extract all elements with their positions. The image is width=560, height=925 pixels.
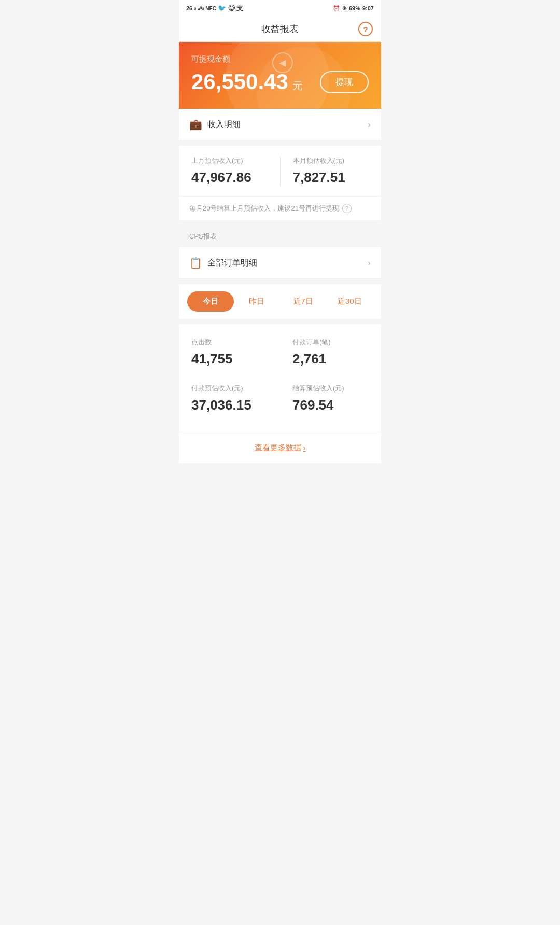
- pay-estimate-value: 37,036.15: [191, 397, 268, 413]
- settle-estimate-label: 结算预估收入(元): [292, 384, 369, 393]
- extra-icons: 🐦 ◎ 支: [218, 4, 243, 13]
- page-title: 收益报表: [261, 23, 299, 35]
- status-right: ⏰ ✳ 69% 9:07: [333, 5, 374, 12]
- cps-order-card: 📋 全部订单明细 ›: [179, 247, 381, 279]
- tab-30days[interactable]: 近30日: [327, 291, 373, 312]
- income-chevron-icon: ›: [368, 119, 371, 130]
- cps-stats-grid: 点击数 41,755 付款订单(笔) 2,761 付款预估收入(元) 37,03…: [179, 324, 381, 432]
- this-month-stats: 本月预估收入(元) 7,827.51: [280, 156, 382, 186]
- tabs-card: 今日 昨日 近7日 近30日: [179, 284, 381, 319]
- tab-yesterday[interactable]: 昨日: [234, 291, 281, 312]
- monthly-stats-container: 上月预估收入(元) 47,967.86 本月预估收入(元) 7,827.51: [179, 146, 381, 196]
- click-count-value: 41,755: [191, 351, 268, 367]
- tab-today[interactable]: 今日: [187, 291, 234, 312]
- income-detail-label: 收入明细: [207, 119, 241, 130]
- cps-header-label: CPS报表: [189, 232, 217, 240]
- balance-unit: 元: [292, 80, 303, 91]
- bluetooth-icon: ✳: [342, 5, 347, 12]
- order-chevron-icon: ›: [368, 258, 371, 269]
- notice-text: 每月20号结算上月预估收入，建议21号再进行提现: [189, 204, 339, 213]
- last-month-value: 47,967.86: [191, 170, 268, 186]
- this-month-value: 7,827.51: [293, 170, 369, 186]
- more-data-link[interactable]: 查看更多数据 ›: [255, 443, 306, 453]
- cps-order-label: 全部订单明细: [207, 258, 257, 269]
- pay-orders-value: 2,761: [292, 351, 369, 367]
- cps-order-left: 📋 全部订单明细: [189, 257, 257, 269]
- income-detail-left: 💼 收入明细: [189, 118, 241, 131]
- balance-row: 26,550.43 元 提现: [191, 69, 369, 94]
- more-data-row: 查看更多数据 ›: [179, 432, 381, 463]
- income-detail-row[interactable]: 💼 收入明细 ›: [179, 109, 381, 141]
- notice-help-icon[interactable]: ?: [342, 204, 352, 213]
- last-month-stats: 上月预估收入(元) 47,967.86: [179, 156, 280, 186]
- income-icon: 💼: [189, 118, 202, 131]
- more-data-chevron-icon: ›: [303, 443, 306, 452]
- pay-estimate-stat: 付款预估收入(元) 37,036.15: [179, 375, 280, 422]
- tabs-row: 今日 昨日 近7日 近30日: [179, 284, 381, 319]
- battery-text: 69%: [349, 5, 360, 11]
- pay-orders-stat: 付款订单(笔) 2,761: [280, 329, 381, 375]
- help-button[interactable]: ?: [358, 22, 373, 36]
- alarm-icon: ⏰: [333, 5, 340, 12]
- settle-estimate-value: 769.54: [292, 397, 369, 413]
- balance-banner: ◀ 可提现金额 26,550.43 元 提现: [179, 42, 381, 109]
- income-detail-card: 💼 收入明细 ›: [179, 109, 381, 141]
- order-icon: 📋: [189, 257, 202, 269]
- status-bar: 26 ᵢₗ ₄ᵍᵢₗ NFC 🐦 ◎ 支 ⏰ ✳ 69% 9:07: [179, 0, 381, 17]
- withdraw-button[interactable]: 提现: [320, 71, 369, 93]
- cps-order-row[interactable]: 📋 全部订单明细 ›: [179, 247, 381, 279]
- last-month-label: 上月预估收入(元): [191, 156, 268, 165]
- pay-estimate-label: 付款预估收入(元): [191, 384, 268, 393]
- settle-estimate-stat: 结算预估收入(元) 769.54: [280, 375, 381, 422]
- pay-orders-label: 付款订单(笔): [292, 338, 369, 347]
- balance-label: 可提现金额: [191, 54, 369, 64]
- this-month-label: 本月预估收入(元): [293, 156, 369, 165]
- top-nav: 收益报表 ?: [179, 17, 381, 42]
- status-left: 26 ᵢₗ ₄ᵍᵢₗ NFC 🐦 ◎ 支: [186, 4, 243, 13]
- tab-7days[interactable]: 近7日: [280, 291, 327, 312]
- click-count-stat: 点击数 41,755: [179, 329, 280, 375]
- click-count-label: 点击数: [191, 338, 268, 347]
- time-display: 9:07: [362, 5, 374, 11]
- nfc-icon: NFC: [205, 6, 216, 11]
- banner-icon: ◀: [272, 52, 293, 73]
- cps-section-header: CPS报表: [179, 226, 381, 247]
- signal-icons: 26 ᵢₗ ₄ᵍᵢₗ: [186, 5, 204, 12]
- monthly-stats-card: 上月预估收入(元) 47,967.86 本月预估收入(元) 7,827.51 每…: [179, 146, 381, 220]
- balance-amount: 26,550.43 元: [191, 69, 303, 94]
- notice-row: 每月20号结算上月预估收入，建议21号再进行提现 ?: [179, 196, 381, 220]
